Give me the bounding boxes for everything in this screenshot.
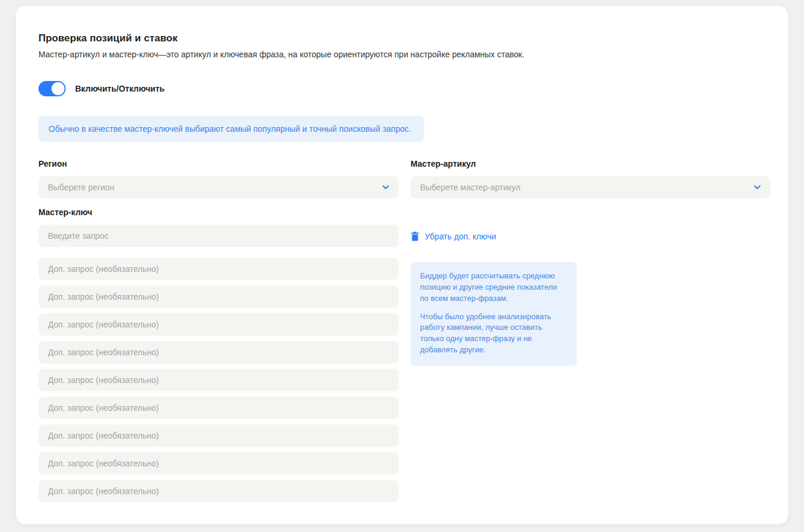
toggle-knob bbox=[51, 82, 64, 95]
trash-icon bbox=[411, 232, 419, 241]
form-left-column: Регион Выберете регион Мастер-ключ bbox=[38, 159, 399, 502]
hint-banner-text: Обычно в качестве мастер-ключей выбирают… bbox=[49, 124, 411, 134]
extra-query-input[interactable] bbox=[38, 397, 399, 419]
extra-query-input[interactable] bbox=[38, 341, 399, 364]
extra-query-input[interactable] bbox=[38, 452, 399, 475]
extra-query-list bbox=[38, 258, 399, 502]
extra-query-input[interactable] bbox=[38, 286, 399, 308]
region-select[interactable]: Выберете регион bbox=[38, 176, 399, 199]
enable-toggle[interactable] bbox=[38, 81, 66, 96]
region-label: Регион bbox=[38, 159, 399, 168]
bidder-info-paragraph: Чтобы было удобнее анализировать работу … bbox=[420, 312, 567, 356]
form-grid: Регион Выберете регион Мастер-ключ Масте… bbox=[38, 159, 770, 502]
bidder-info-paragraph: Биддер будет рассчитывать среднюю позици… bbox=[420, 271, 567, 304]
form-right-column: Мастер-артикул Выберете мастер-артикул У… bbox=[411, 159, 770, 502]
remove-extra-keys-button[interactable]: Убрать доп. ключи bbox=[411, 232, 496, 241]
remove-extra-keys-label: Убрать доп. ключи bbox=[425, 232, 496, 241]
region-field: Регион Выберете регион bbox=[38, 159, 399, 199]
master-article-label: Мастер-артикул bbox=[411, 159, 770, 168]
master-article-select-placeholder: Выберете мастер-артикул bbox=[420, 183, 521, 192]
extra-query-input[interactable] bbox=[38, 424, 399, 447]
settings-card: Проверка позиций и ставок Мастер-артикул… bbox=[16, 6, 788, 524]
bidder-info-box: Биддер будет рассчитывать среднюю позици… bbox=[411, 262, 577, 366]
extra-query-input[interactable] bbox=[38, 480, 399, 502]
master-article-field: Мастер-артикул Выберете мастер-артикул bbox=[411, 159, 770, 199]
master-article-select[interactable]: Выберете мастер-артикул bbox=[411, 176, 770, 199]
master-key-field: Мастер-ключ bbox=[38, 207, 399, 247]
extra-query-input[interactable] bbox=[38, 369, 399, 391]
page-subtitle: Мастер-артикул и мастер-ключ—это артикул… bbox=[38, 50, 770, 59]
master-key-input[interactable] bbox=[38, 225, 399, 247]
extra-query-input[interactable] bbox=[38, 313, 399, 336]
extra-query-input[interactable] bbox=[38, 258, 399, 280]
master-key-label: Мастер-ключ bbox=[38, 207, 399, 217]
chevron-down-icon bbox=[754, 185, 761, 190]
chevron-down-icon bbox=[382, 185, 389, 190]
hint-banner: Обычно в качестве мастер-ключей выбирают… bbox=[38, 116, 424, 142]
page-title: Проверка позиций и ставок bbox=[38, 33, 770, 44]
toggle-label: Включить/Отключить bbox=[75, 84, 164, 93]
enable-toggle-row: Включить/Отключить bbox=[38, 81, 770, 96]
region-select-placeholder: Выберете регион bbox=[48, 183, 114, 192]
